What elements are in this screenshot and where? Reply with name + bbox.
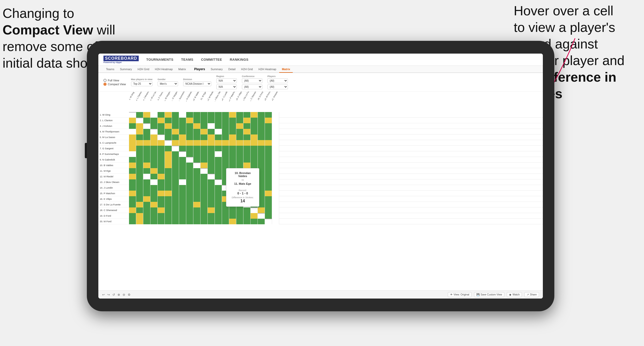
grid-cell-r5-c14[interactable] xyxy=(222,134,229,140)
grid-cell-r18-c1[interactable] xyxy=(129,207,136,213)
grid-cell-r9-c13[interactable] xyxy=(215,157,222,163)
grid-cell-r10-c10[interactable] xyxy=(193,163,201,168)
sub-nav-players-h2h-grid[interactable]: H2H Grid xyxy=(239,66,255,72)
grid-cell-r4-c9[interactable] xyxy=(186,129,193,134)
grid-cell-r18-c13[interactable] xyxy=(215,207,222,213)
grid-cell-r11-c7[interactable] xyxy=(172,168,179,174)
grid-cell-r5-c8[interactable] xyxy=(179,134,186,140)
grid-cell-r2-c19[interactable] xyxy=(258,118,265,123)
grid-cell-r5-c18[interactable] xyxy=(251,134,258,140)
grid-cell-r1-c20[interactable] xyxy=(265,112,272,118)
grid-cell-r10-c1[interactable] xyxy=(129,163,136,168)
grid-cell-r15-c10[interactable] xyxy=(193,191,201,196)
grid-cell-r2-c1[interactable] xyxy=(129,118,136,123)
grid-cell-r17-c11[interactable] xyxy=(201,202,208,207)
grid-cell-r19-c1[interactable] xyxy=(129,213,136,219)
grid-cell-r16-c2[interactable] xyxy=(136,196,143,202)
grid-cell-r4-c15[interactable] xyxy=(229,129,236,134)
grid-cell-r8-c5[interactable] xyxy=(158,151,165,157)
grid-cell-r3-c5[interactable] xyxy=(158,123,165,129)
grid-cell-r19-c11[interactable] xyxy=(201,213,208,219)
grid-cell-r12-c1[interactable] xyxy=(129,174,136,179)
grid-cell-r20-c1[interactable] xyxy=(129,219,136,224)
grid-cell-r10-c20[interactable] xyxy=(265,163,272,168)
grid-cell-r9-c8[interactable] xyxy=(179,157,186,163)
grid-cell-r14-c10[interactable] xyxy=(193,185,201,191)
minus-icon[interactable]: ⊖ xyxy=(123,293,125,296)
grid-cell-r16-c3[interactable] xyxy=(143,196,150,202)
grid-cell-r18-c8[interactable] xyxy=(179,207,186,213)
grid-cell-r11-c6[interactable] xyxy=(165,168,172,174)
grid-cell-r1-c5[interactable] xyxy=(158,112,165,118)
grid-cell-r20-c13[interactable] xyxy=(215,219,222,224)
grid-cell-r3-c10[interactable] xyxy=(193,123,201,129)
grid-cell-r19-c19[interactable] xyxy=(258,213,265,219)
grid-cell-r15-c7[interactable] xyxy=(172,191,179,196)
grid-cell-r12-c6[interactable] xyxy=(165,174,172,179)
grid-cell-r20-c18[interactable] xyxy=(251,219,258,224)
grid-cell-r15-c8[interactable] xyxy=(179,191,186,196)
grid-cell-r2-c7[interactable] xyxy=(172,118,179,123)
grid-cell-r4-c3[interactable] xyxy=(143,129,150,134)
grid-cell-r14-c5[interactable] xyxy=(158,185,165,191)
grid-cell-r9-c21[interactable] xyxy=(272,157,279,163)
grid-cell-r17-c21[interactable] xyxy=(272,202,279,207)
grid-cell-r18-c10[interactable] xyxy=(193,207,201,213)
share-btn[interactable]: ↗ Share xyxy=(524,292,539,297)
grid-cell-r14-c20[interactable] xyxy=(265,185,272,191)
grid-cell-r20-c9[interactable] xyxy=(186,219,193,224)
grid-cell-r3-c9[interactable] xyxy=(186,123,193,129)
grid-cell-r13-c12[interactable] xyxy=(208,179,215,185)
grid-cell-r1-c13[interactable] xyxy=(215,112,222,118)
grid-cell-r8-c11[interactable] xyxy=(201,151,208,157)
grid-cell-r17-c4[interactable] xyxy=(150,202,158,207)
full-view-option[interactable]: Full View xyxy=(103,79,126,82)
grid-cell-r20-c4[interactable] xyxy=(150,219,158,224)
grid-cell-r8-c7[interactable] xyxy=(172,151,179,157)
grid-cell-r10-c12[interactable] xyxy=(208,163,215,168)
grid-cell-r2-c20[interactable] xyxy=(265,118,272,123)
sub-nav-players-matrix[interactable]: Matrix xyxy=(279,66,292,73)
grid-cell-r3-c2[interactable] xyxy=(136,123,143,129)
grid-cell-r13-c13[interactable] xyxy=(215,179,222,185)
grid-cell-r2-c16[interactable] xyxy=(236,118,243,123)
grid-cell-r16-c1[interactable] xyxy=(129,196,136,202)
grid-cell-r4-c5[interactable] xyxy=(158,129,165,134)
grid-cell-r4-c20[interactable] xyxy=(265,129,272,134)
grid-cell-r20-c19[interactable] xyxy=(258,219,265,224)
grid-cell-r19-c7[interactable] xyxy=(172,213,179,219)
grid-cell-r10-c14[interactable] xyxy=(222,163,229,168)
grid-cell-r3-c1[interactable] xyxy=(129,123,136,129)
grid-cell-r9-c6[interactable] xyxy=(165,157,172,163)
grid-cell-r7-c17[interactable] xyxy=(243,146,251,151)
grid-cell-r9-c15[interactable] xyxy=(229,157,236,163)
grid-cell-r20-c10[interactable] xyxy=(193,219,201,224)
grid-cell-r18-c3[interactable] xyxy=(143,207,150,213)
grid-cell-r6-c5[interactable] xyxy=(158,140,165,146)
grid-cell-r9-c10[interactable] xyxy=(193,157,201,163)
grid-cell-r15-c9[interactable] xyxy=(186,191,193,196)
grid-cell-r3-c15[interactable] xyxy=(229,123,236,129)
grid-cell-r18-c20[interactable] xyxy=(265,207,272,213)
grid-cell-r17-c6[interactable] xyxy=(165,202,172,207)
grid-cell-r8-c2[interactable] xyxy=(136,151,143,157)
grid-cell-r15-c4[interactable] xyxy=(150,191,158,196)
grid-cell-r19-c18[interactable] xyxy=(251,213,258,219)
grid-cell-r9-c17[interactable] xyxy=(243,157,251,163)
grid-cell-r7-c7[interactable] xyxy=(172,146,179,151)
grid-cell-r5-c11[interactable] xyxy=(201,134,208,140)
grid-cell-r9-c9[interactable] xyxy=(186,157,193,163)
grid-cell-r16-c5[interactable] xyxy=(158,196,165,202)
grid-cell-r10-c4[interactable] xyxy=(150,163,158,168)
grid-cell-r1-c8[interactable] xyxy=(179,112,186,118)
grid-cell-r3-c11[interactable] xyxy=(201,123,208,129)
grid-cell-r13-c5[interactable] xyxy=(158,179,165,185)
grid-cell-r8-c12[interactable] xyxy=(208,151,215,157)
grid-cell-r20-c5[interactable] xyxy=(158,219,165,224)
sub-nav-detail[interactable]: Detail xyxy=(226,66,238,72)
grid-cell-r7-c20[interactable] xyxy=(265,146,272,151)
grid-cell-r11-c10[interactable] xyxy=(193,168,201,174)
grid-cell-r18-c11[interactable] xyxy=(201,207,208,213)
grid-cell-r18-c17[interactable] xyxy=(243,207,251,213)
grid-cell-r19-c14[interactable] xyxy=(222,213,229,219)
